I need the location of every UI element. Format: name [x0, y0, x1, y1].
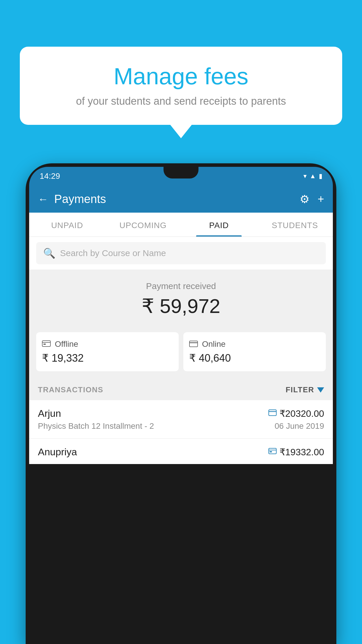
bubble-subtitle: of your students and send receipts to pa…: [37, 95, 325, 107]
transactions-header: TRANSACTIONS FILTER: [29, 379, 333, 400]
transaction-top-2: Anupriya ₹19332.00: [38, 446, 324, 458]
bubble-title: Manage fees: [37, 63, 325, 90]
header-right: ⚙ +: [300, 193, 324, 206]
offline-label: Offline: [55, 340, 78, 349]
card-header-online: Online: [189, 339, 320, 349]
svg-rect-2: [43, 344, 46, 345]
transaction-name-2: Anupriya: [38, 446, 77, 458]
online-payment-card: Online ₹ 40,640: [183, 332, 326, 371]
tab-students[interactable]: STUDENTS: [257, 213, 333, 237]
phone-frame: 14:29 ▾ ▲ ▮ ← Payments ⚙ + UNPAID: [26, 163, 336, 644]
online-amount: ₹ 40,640: [189, 352, 320, 364]
phone-screen: ← Payments ⚙ + UNPAID UPCOMING PAID STUD…: [29, 186, 333, 464]
online-icon: [189, 339, 198, 349]
payment-cards: Offline ₹ 19,332 Online ₹ 40,640: [29, 326, 333, 379]
payment-received-label: Payment received: [35, 281, 327, 291]
payment-received-section: Payment received ₹ 59,972: [29, 270, 333, 326]
transaction-row-anupriya[interactable]: Anupriya ₹19332.00: [29, 439, 333, 464]
speech-bubble: Manage fees of your students and send re…: [20, 47, 342, 125]
offline-amount: ₹ 19,332: [42, 352, 173, 364]
offline-payment-icon: [268, 447, 277, 456]
search-icon: 🔍: [43, 247, 55, 259]
transaction-name: Arjun: [38, 408, 61, 419]
status-bar: 14:29 ▾ ▲ ▮: [29, 167, 333, 186]
page-title: Payments: [54, 192, 106, 206]
transaction-amount-2: ₹19332.00: [280, 447, 324, 458]
transaction-amount: ₹20320.00: [280, 408, 324, 419]
offline-icon: [42, 339, 51, 349]
svg-rect-7: [269, 448, 276, 454]
transaction-top: Arjun ₹20320.00: [38, 408, 324, 419]
add-icon[interactable]: +: [318, 193, 324, 205]
payment-received-amount: ₹ 59,972: [35, 295, 327, 318]
transaction-amount-row-2: ₹19332.00: [268, 447, 324, 458]
svg-rect-3: [189, 341, 198, 347]
transaction-bottom: Physics Batch 12 Installment - 2 06 June…: [38, 421, 324, 431]
online-label: Online: [202, 340, 226, 349]
card-payment-icon: [268, 409, 277, 418]
search-box[interactable]: 🔍 Search by Course or Name: [36, 242, 326, 264]
search-container: 🔍 Search by Course or Name: [29, 237, 333, 270]
tab-upcoming[interactable]: UPCOMING: [105, 213, 181, 237]
battery-icon: ▮: [319, 172, 322, 180]
status-time: 14:29: [40, 172, 60, 181]
transaction-date: 06 June 2019: [275, 421, 324, 431]
signal-icon: ▲: [310, 172, 316, 180]
transactions-label: TRANSACTIONS: [38, 385, 103, 394]
svg-rect-0: [42, 341, 50, 346]
transaction-amount-row: ₹20320.00: [268, 408, 324, 419]
offline-payment-card: Offline ₹ 19,332: [36, 332, 179, 371]
transaction-row-arjun[interactable]: Arjun ₹20320.00 Physics Batch 12 Install…: [29, 400, 333, 439]
filter-button[interactable]: FILTER: [286, 385, 324, 394]
tab-unpaid[interactable]: UNPAID: [29, 213, 105, 237]
tabs-bar: UNPAID UPCOMING PAID STUDENTS: [29, 213, 333, 237]
back-button[interactable]: ←: [38, 193, 48, 205]
search-placeholder: Search by Course or Name: [60, 248, 166, 258]
transaction-course: Physics Batch 12 Installment - 2: [38, 421, 154, 431]
phone-notch: [164, 167, 198, 178]
app-header: ← Payments ⚙ +: [29, 186, 333, 213]
settings-icon[interactable]: ⚙: [300, 193, 310, 206]
tab-paid[interactable]: PAID: [181, 213, 257, 237]
wifi-icon: ▾: [303, 172, 307, 180]
svg-rect-9: [270, 451, 272, 452]
header-left: ← Payments: [38, 192, 106, 206]
status-icons: ▾ ▲ ▮: [303, 172, 322, 180]
filter-icon: [317, 387, 324, 393]
svg-rect-5: [269, 410, 276, 416]
card-header: Offline: [42, 339, 173, 349]
